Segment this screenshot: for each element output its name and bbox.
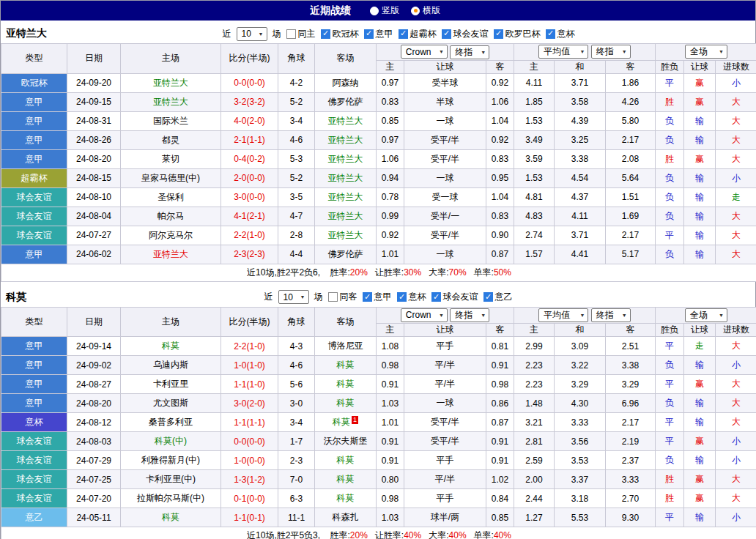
sub-header: 客	[486, 60, 514, 73]
average-select[interactable]: 平均值▼	[538, 45, 588, 59]
home-team: 卡利亚里(中)	[121, 470, 221, 489]
final-odds-select[interactable]: 终指▼	[450, 45, 489, 59]
match-date: 24-08-31	[67, 111, 121, 130]
match-row: 球会友谊24-08-03科莫(中)0-0(0-0)1-7沃尔夫斯堡0.91受平/…	[1, 432, 756, 451]
same-venue-filter[interactable]: 同主	[286, 28, 316, 40]
away-team: 佛罗伦萨	[315, 245, 377, 264]
same-venue-checkbox[interactable]	[286, 29, 296, 39]
sub-header: 客	[606, 324, 656, 337]
asian-home-odds: 0.91	[377, 451, 404, 470]
chevron-down-icon: ▼	[300, 294, 305, 300]
radio-vertical-layout[interactable]: 竖版	[370, 4, 399, 17]
stat-label: 单率:	[474, 267, 494, 278]
league-filter-意杯[interactable]: 意杯	[546, 28, 575, 40]
asian-away-odds: 0.85	[486, 508, 514, 527]
recent-count-select[interactable]: 10▼	[278, 290, 309, 304]
scope-select[interactable]: 全场▼	[685, 45, 727, 59]
competition-badge: 意甲	[1, 375, 67, 394]
team-name-text: 卡利亚里(中)	[146, 474, 196, 484]
home-team: 科莫	[121, 337, 221, 356]
scope-select[interactable]: 全场▼	[685, 308, 727, 322]
home-team: 乌迪内斯	[121, 356, 221, 375]
competition-badge: 欧冠杯	[1, 73, 67, 92]
away-team: 阿森纳	[315, 73, 377, 92]
match-row: 意甲24-08-27卡利亚里1-1(1-0)5-6科莫0.91平/半0.982.…	[1, 375, 756, 394]
league-filter-欧冠杯[interactable]: 欧冠杯	[321, 28, 359, 40]
league-checkbox[interactable]	[431, 292, 441, 302]
stat-value: 40%	[449, 530, 467, 539]
average-select-value: 平均值	[544, 45, 570, 58]
score: 1-1(1-1)	[221, 413, 278, 432]
sub-header: 进球数	[716, 60, 756, 73]
same-venue-checkbox[interactable]	[328, 292, 338, 302]
col-header-5: 角球	[278, 44, 315, 74]
recent-count-select[interactable]: 10▼	[237, 27, 267, 41]
euro-draw-odds: 4.41	[555, 245, 606, 264]
euro-away-odds: 5.80	[606, 111, 656, 130]
final-odds-select[interactable]: 终指▼	[450, 308, 489, 322]
asian-home-odds: 0.94	[377, 168, 404, 187]
league-filter-意杯[interactable]: 意杯	[397, 291, 426, 303]
league-filter-意乙[interactable]: 意乙	[483, 291, 513, 303]
average-select[interactable]: 平均值▼	[538, 308, 588, 322]
team-name-text: 利雅得新月(中)	[141, 455, 200, 465]
team-name-text: 科莫	[162, 512, 179, 522]
euro-away-odds: 2.08	[606, 149, 656, 168]
league-filter-欧罗巴杯[interactable]: 欧罗巴杯	[494, 28, 541, 40]
league-checkbox[interactable]	[364, 29, 374, 39]
home-team: 卡利亚里	[121, 375, 221, 394]
league-filter-超霸杯[interactable]: 超霸杯	[399, 28, 437, 40]
bookmaker-select[interactable]: Crown▼	[401, 308, 448, 322]
home-team: 科莫(中)	[121, 432, 221, 451]
handicap-line: 平/半	[404, 470, 486, 489]
result-outcome: 负	[656, 168, 684, 187]
league-checkbox[interactable]	[397, 292, 407, 302]
euro-home-odds: 4.83	[514, 207, 555, 226]
stat-label: 大率:	[429, 530, 448, 539]
final-odds-select-2[interactable]: 终指▼	[591, 45, 631, 59]
match-date: 24-07-29	[67, 451, 121, 470]
league-checkbox[interactable]	[494, 29, 503, 39]
asian-home-odds: 0.92	[377, 226, 404, 245]
result-handicap: 赢	[684, 489, 716, 508]
corners: 2-3	[278, 451, 315, 470]
result-goals: 小	[716, 168, 756, 187]
asian-home-odds: 1.01	[377, 413, 404, 432]
corners: 3-0	[278, 394, 315, 413]
league-filter-意甲[interactable]: 意甲	[364, 28, 393, 40]
match-row: 球会友谊24-07-25卡利亚里(中)1-3(1-2)7-0科莫0.80平/半1…	[1, 470, 756, 489]
league-checkbox[interactable]	[399, 29, 408, 39]
team-name-text: 阿尔克马尔	[149, 230, 193, 240]
away-team: 科莫	[315, 489, 377, 508]
bookmaker-select[interactable]: Crown▼	[401, 45, 448, 59]
away-team: 亚特兰大	[315, 226, 377, 245]
league-checkbox[interactable]	[321, 29, 330, 39]
result-goals: 大	[716, 226, 756, 245]
asian-home-odds: 1.03	[377, 508, 404, 527]
league-checkbox[interactable]	[546, 29, 555, 39]
bookmaker-odds-group: Crown▼ 终指▼	[377, 307, 514, 324]
league-filter-球会友谊[interactable]: 球会友谊	[431, 291, 478, 303]
same-venue-filter[interactable]: 同客	[328, 291, 357, 303]
league-filter-球会友谊[interactable]: 球会友谊	[442, 28, 489, 40]
match-row: 意甲24-06-02亚特兰大2-3(2-3)4-4佛罗伦萨1.01一球0.871…	[1, 245, 756, 264]
corners: 6-3	[278, 489, 315, 508]
euro-away-odds: 1.69	[606, 207, 656, 226]
final-odds-select-2[interactable]: 终指▼	[591, 308, 631, 322]
score: 1-3(1-2)	[221, 470, 278, 489]
asian-home-odds: 0.83	[377, 92, 404, 111]
match-date: 24-08-26	[67, 130, 121, 149]
league-checkbox[interactable]	[363, 292, 372, 302]
handicap-line: 平手	[404, 451, 486, 470]
league-checkbox[interactable]	[442, 29, 451, 39]
asian-away-odds: 0.98	[486, 375, 514, 394]
filter-bar: 近10▼场同客意甲意杯球会友谊意乙	[26, 290, 750, 304]
league-filter-意甲[interactable]: 意甲	[363, 291, 392, 303]
league-checkbox[interactable]	[483, 292, 493, 302]
sub-header: 胜负	[656, 60, 684, 73]
radio-horizontal-layout[interactable]: 横版	[411, 4, 440, 17]
team-name-text: 帕尔马	[158, 211, 184, 221]
team-name-text: 亚特兰大	[328, 211, 363, 221]
competition-badge: 意甲	[1, 92, 67, 111]
col-header-4: 比分(半场)	[221, 44, 278, 74]
